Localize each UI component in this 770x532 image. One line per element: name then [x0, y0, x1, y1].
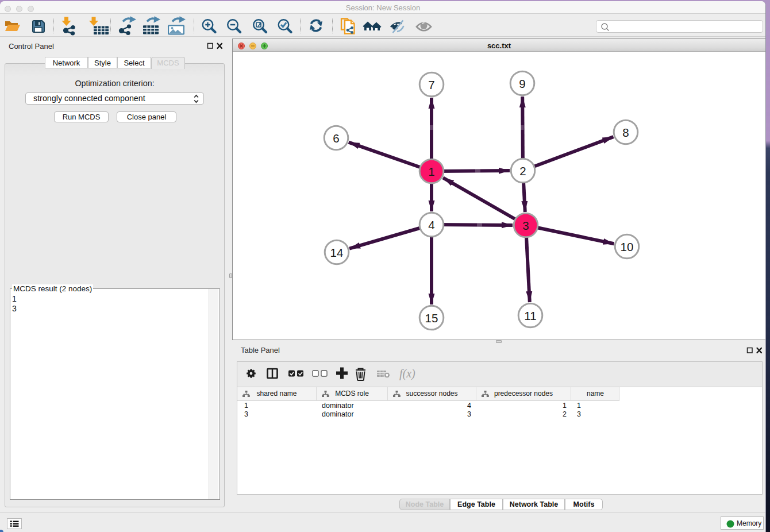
svg-text:1: 1	[428, 165, 434, 178]
svg-text:6: 6	[333, 132, 339, 145]
svg-text:3: 3	[522, 219, 529, 232]
svg-text:11: 11	[524, 309, 536, 322]
svg-text:14: 14	[330, 246, 344, 259]
svg-text:4: 4	[428, 218, 434, 232]
svg-text:15: 15	[425, 311, 438, 325]
svg-text:f(x): f(x)	[399, 367, 415, 380]
svg-text:2: 2	[519, 164, 526, 178]
svg-text:7: 7	[428, 78, 434, 91]
svg-text:10: 10	[621, 240, 634, 253]
svg-text:9: 9	[519, 77, 525, 90]
svg-text:8: 8	[622, 126, 629, 139]
